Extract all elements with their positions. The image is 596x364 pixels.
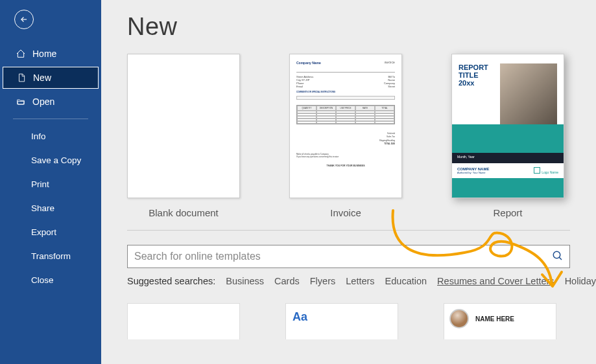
nav-label: Info: [31, 131, 46, 141]
nav-label: Close: [31, 275, 54, 285]
invoice-tag: INVOICE: [385, 61, 395, 65]
suggested-link-business[interactable]: Business: [226, 276, 264, 286]
invoice-company: Company Name: [296, 61, 321, 65]
template-invoice[interactable]: Company NameINVOICE Street AddressCity S…: [289, 54, 402, 218]
nav-export[interactable]: Export: [0, 220, 101, 244]
template-thumb-partial-2[interactable]: Aa: [285, 303, 398, 339]
folder-open-icon: [16, 97, 26, 107]
report-title: REPORT TITLE: [459, 63, 496, 79]
template-label: Report: [493, 207, 522, 218]
template-thumb-partial-1[interactable]: [127, 303, 240, 339]
nav-open[interactable]: Open: [0, 90, 101, 113]
nav-label: Open: [32, 97, 54, 107]
nav-new[interactable]: New: [3, 67, 99, 89]
suggested-link-letters[interactable]: Letters: [346, 276, 374, 286]
nav-save-copy[interactable]: Save a Copy: [0, 148, 101, 172]
template-row-2: Aa NAME HERE: [127, 303, 596, 339]
back-button[interactable]: [14, 10, 34, 29]
invoice-footer: THANK YOU FOR YOUR BUSINESS: [296, 165, 395, 167]
nav-label: Home: [32, 49, 56, 59]
template-label: Invoice: [330, 207, 361, 218]
search-container: [127, 245, 570, 268]
nav-label: Transform: [31, 251, 71, 261]
nav-transform[interactable]: Transform: [0, 244, 101, 268]
document-icon: [16, 73, 27, 83]
report-photo-placeholder: [500, 63, 557, 124]
template-thumb-blank: [127, 54, 240, 198]
main-panel: New Blank document Company NameINVOICE S…: [101, 0, 596, 364]
suggested-searches: Suggested searches: Business Cards Flyer…: [127, 276, 596, 286]
template-row: Blank document Company NameINVOICE Stree…: [127, 54, 596, 218]
nav-secondary: Info Save a Copy Print Share Export Tran…: [0, 124, 101, 292]
nav-share[interactable]: Share: [0, 196, 101, 220]
template-thumb-report: REPORT TITLE 20xx Month, Year COMPANY NA…: [451, 54, 564, 198]
suggested-link-education[interactable]: Education: [385, 276, 427, 286]
nav-label: New: [33, 73, 51, 83]
template-thumb-partial-3[interactable]: NAME HERE: [444, 303, 556, 339]
resume-name: NAME HERE: [475, 315, 514, 323]
nav-label: Save a Copy: [31, 155, 81, 165]
suggested-link-flyers[interactable]: Flyers: [310, 276, 335, 286]
nav-print[interactable]: Print: [0, 172, 101, 196]
avatar-icon: [449, 309, 469, 328]
report-author: Authored by: Your Name: [457, 171, 489, 174]
home-icon: [16, 49, 26, 59]
svg-point-0: [553, 251, 560, 258]
suggested-link-holiday[interactable]: Holiday: [565, 276, 596, 286]
nav-label: Share: [31, 203, 54, 213]
svg-line-1: [559, 257, 562, 260]
arrow-left-icon: [19, 15, 29, 24]
nav-label: Export: [31, 227, 56, 237]
suggested-label: Suggested searches:: [127, 276, 215, 286]
suggested-link-cards[interactable]: Cards: [274, 276, 300, 286]
nav-label: Print: [31, 179, 49, 189]
template-report[interactable]: REPORT TITLE 20xx Month, Year COMPANY NA…: [451, 54, 564, 218]
nav-close[interactable]: Close: [0, 268, 101, 292]
page-title: New: [127, 13, 596, 41]
template-label: Blank document: [149, 207, 219, 218]
template-thumb-invoice: Company NameINVOICE Street AddressCity S…: [289, 54, 402, 198]
aa-label: Aa: [286, 304, 398, 330]
sidebar-divider: [13, 119, 88, 119]
report-subtitle: 20xx: [459, 79, 496, 87]
template-search-input[interactable]: [127, 245, 570, 268]
report-logo-text: Logo Name: [542, 170, 558, 174]
nav-primary: Home New Open: [0, 42, 101, 113]
section-divider: [127, 230, 570, 231]
nav-home[interactable]: Home: [0, 42, 101, 65]
logo-icon: [534, 167, 540, 174]
search-icon[interactable]: [552, 250, 564, 264]
suggested-link-resumes[interactable]: Resumes and Cover Letters: [437, 276, 554, 286]
nav-info[interactable]: Info: [0, 124, 101, 148]
backstage-sidebar: Home New Open Info Save a Copy Print Sha…: [0, 0, 101, 364]
template-blank[interactable]: Blank document: [127, 54, 240, 218]
